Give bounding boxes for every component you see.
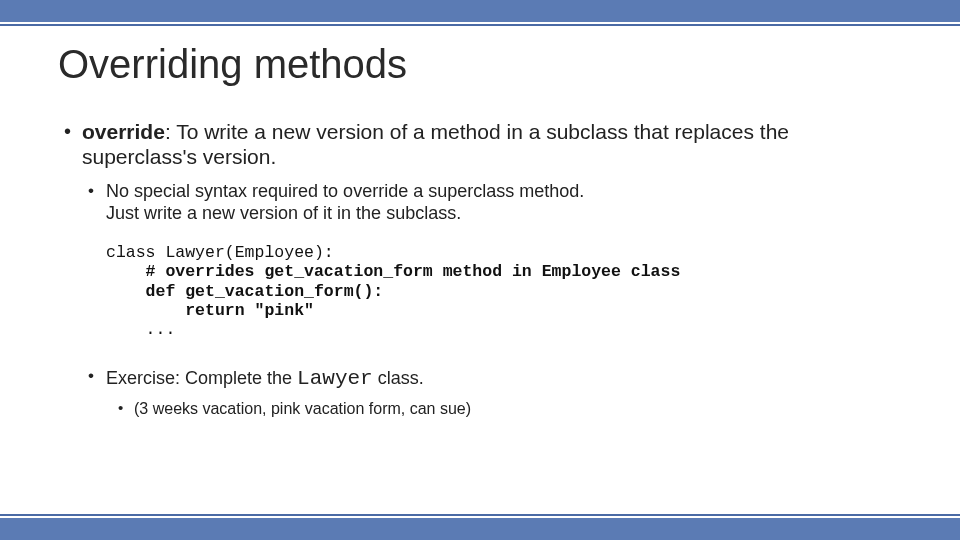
- bullet-exercise: Exercise: Complete the Lawyer class.: [82, 366, 902, 391]
- no-syntax-line1: No special syntax required to override a…: [106, 181, 584, 201]
- code-line-2: # overrides get_vacation_form method in …: [106, 262, 680, 281]
- inline-code-lawyer: Lawyer: [297, 367, 373, 390]
- bullet-override-definition: override: To write a new version of a me…: [58, 119, 902, 169]
- bullet-exercise-detail: (3 weeks vacation, pink vacation form, c…: [112, 399, 902, 419]
- exercise-suffix: class.: [373, 368, 424, 388]
- no-syntax-line2: Just write a new version of it in the su…: [106, 203, 461, 223]
- top-accent-band: [0, 0, 960, 22]
- code-line-5: ...: [106, 320, 175, 339]
- term-override: override: [82, 120, 165, 143]
- exercise-prefix: Exercise: Complete the: [106, 368, 297, 388]
- bottom-accent-band: [0, 518, 960, 540]
- code-block: class Lawyer(Employee): # overrides get_…: [106, 243, 902, 340]
- slide-body: Overriding methods override: To write a …: [0, 22, 960, 518]
- code-line-1: class Lawyer(Employee):: [106, 243, 334, 262]
- definition-text: : To write a new version of a method in …: [82, 120, 789, 168]
- bullet-list: override: To write a new version of a me…: [58, 119, 902, 225]
- bullet-list-lower: Exercise: Complete the Lawyer class. (3 …: [58, 366, 902, 419]
- code-line-3: def get_vacation_form():: [106, 282, 383, 301]
- slide-title: Overriding methods: [58, 42, 902, 87]
- bullet-no-syntax: No special syntax required to override a…: [82, 181, 902, 224]
- code-line-4: return "pink": [106, 301, 314, 320]
